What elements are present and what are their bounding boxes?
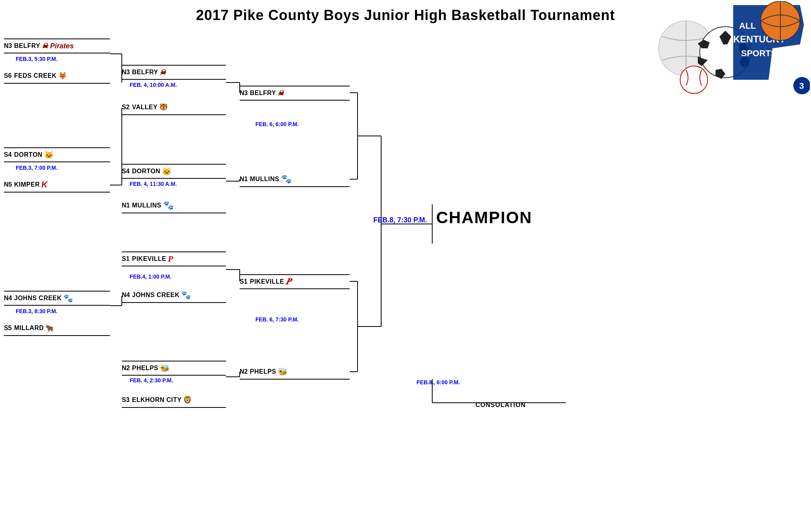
r2-g4-bottom: S3 ELKHORN CITY 🦁 xyxy=(122,393,226,408)
champion-label: CHAMPION xyxy=(436,208,532,227)
name-n2-phelps-r2: PHELPS xyxy=(132,365,158,372)
seed-n5-kimper-r1: N5 xyxy=(4,181,13,188)
r1-g1-date: FEB.3, 5:30 P.M. xyxy=(16,56,57,62)
name-s3-elkhorncity-r2: ELKHORN CITY xyxy=(132,396,182,404)
name-n1-mullins-r3: MULLINS xyxy=(250,176,279,183)
consolation-label: CONSOLATION xyxy=(475,402,526,409)
seed-n4-johnscreek-r2: N4 xyxy=(122,292,130,299)
pirates-icon-r3g1: ☠ xyxy=(277,89,284,97)
r4-final-date: FEB.8, 7:30 P.M. xyxy=(373,216,427,224)
r2-g1-bottom: S2 VALLEY 🐯 xyxy=(122,100,226,115)
logo-area: ALL KENTUCKY SPORTS 3 xyxy=(654,0,811,94)
r1-g1-bottom: S6 FEDS CREEK 🦊 xyxy=(4,69,110,84)
name-n3-belfry-r3: BELFRY xyxy=(250,90,276,97)
cougar-icon-r2g4: 🦁 xyxy=(183,396,192,404)
hornet-icon-r2g4: 🐝 xyxy=(160,363,170,373)
r2-g4-date: FEB. 4, 2:30 P.M. xyxy=(130,377,173,383)
svg-text:3: 3 xyxy=(799,81,804,91)
p-icon-r3g2: 𝑷 xyxy=(286,277,291,287)
name-s6-fedscreek-r1: FEDS CREEK xyxy=(14,72,57,79)
r2-g1-date: FEB. 4, 10:00 A.M. xyxy=(130,82,177,88)
hornet-icon-r3g2: 🐝 xyxy=(278,367,288,376)
logo-svg: ALL KENTUCKY SPORTS 3 xyxy=(655,1,810,95)
r1-g2-top: S4 DORTON 🐱 xyxy=(4,147,110,162)
paw-icon-r3g1: 🐾 xyxy=(281,174,292,184)
cat-icon-r2g2: 🐱 xyxy=(162,167,172,176)
fox-icon-r1g1: 🦊 xyxy=(58,72,67,80)
seed-n2-phelps-r2: N2 xyxy=(122,365,130,372)
seed-n3-belfry-r1: N3 xyxy=(4,42,13,50)
pirates-icon-r1g1: ☠ Pirates xyxy=(42,42,73,50)
r2-g3-top: S1 PIKEVILLE P xyxy=(122,251,226,266)
page-container: 2017 Pike County Boys Junior High Basket… xyxy=(0,0,811,532)
seed-s2-valley-r2: S2 xyxy=(122,104,130,111)
r1-g3-bottom: S5 MILLARD 🐂 xyxy=(4,321,110,336)
r1-g2-date: FEB.3, 7:00 P.M. xyxy=(16,165,57,171)
cat-icon-r1g2: 🐱 xyxy=(44,150,54,160)
svg-text:ALL: ALL xyxy=(739,21,756,31)
r2-g2-date: FEB. 4, 11:30 A.M. xyxy=(130,181,177,187)
r2-g2-top: S4 DORTON 🐱 xyxy=(122,164,226,179)
name-s5-millard-r1: MILLARD xyxy=(14,325,44,332)
seed-s3-elkhorncity-r2: S3 xyxy=(122,396,130,404)
name-n3-belfry-r2: BELFRY xyxy=(132,69,158,76)
pirates-icon-r2g1: ☠ xyxy=(160,68,166,77)
panther-icon-r1g3: 🐾 xyxy=(63,294,73,303)
r2-g4-top: N2 PHELPS 🐝 xyxy=(122,361,226,376)
r3-g1-bottom: N1 MULLINS 🐾 xyxy=(240,172,350,187)
name-n4-johnscreek-r1: JOHNS CREEK xyxy=(14,295,62,302)
seed-n1-mullins-r3: N1 xyxy=(240,176,248,183)
logo-bg: ALL KENTUCKY SPORTS 3 xyxy=(655,1,810,95)
name-s4-dorton-r1: DORTON xyxy=(14,151,42,158)
k-icon-r1g2: K xyxy=(41,180,48,190)
name-n2-phelps-r3: PHELPS xyxy=(250,368,276,375)
r1-g1-top: N3 BELFRY ☠ Pirates xyxy=(4,39,110,53)
r2-g1-top: N3 BELFRY ☠ xyxy=(122,65,226,80)
r2-g2-bottom: N1 MULLINS 🐾 xyxy=(122,198,226,213)
panther-icon-r2g3: 🐾 xyxy=(181,290,191,300)
name-n1-mullins-r2: MULLINS xyxy=(132,202,161,209)
r3-g2-bottom: N2 PHELPS 🐝 xyxy=(240,365,350,380)
svg-text:SPORTS: SPORTS xyxy=(741,48,776,58)
r2-g3-date: FEB.4, 1:00 P.M. xyxy=(130,273,171,280)
r1-g3-top: N4 JOHNS CREEK 🐾 xyxy=(4,291,110,306)
name-n4-johnscreek-r2: JOHNS CREEK xyxy=(132,292,180,299)
name-n5-kimper-r1: KIMPER xyxy=(14,181,40,188)
seed-n3-belfry-r3: N3 xyxy=(240,90,248,97)
paw-icon-r2g2: 🐾 xyxy=(163,200,174,211)
name-n3-belfry-r1: BELFRY xyxy=(14,42,40,50)
seed-s4-dorton-r2: S4 xyxy=(122,168,130,175)
name-s1-pikeville-r3: PIKEVILLE xyxy=(250,278,284,285)
consolation-date: FEB.8., 6:00 P.M. xyxy=(417,379,460,385)
r1-g3-date: FEB.3, 8:30 P.M. xyxy=(16,308,57,314)
seed-s5-millard-r1: S5 xyxy=(4,325,13,332)
seed-n2-phelps-r3: N2 xyxy=(240,368,248,375)
p-icon-r2g3: P xyxy=(168,254,173,264)
seed-n1-mullins-r2: N1 xyxy=(122,202,130,209)
name-s4-dorton-r2: DORTON xyxy=(132,168,160,175)
name-s2-valley-r2: VALLEY xyxy=(132,104,158,111)
seed-s6-fedscreek-r1: S6 xyxy=(4,72,13,79)
name-s1-pikeville-r2: PIKEVILLE xyxy=(132,255,166,262)
bracket-area: N3 BELFRY ☠ Pirates FEB.3, 5:30 P.M. S6 … xyxy=(4,24,640,523)
r3-g1-date: FEB. 6, 6:00 P.M. xyxy=(255,121,299,127)
r3-g2-top: S1 PIKEVILLE 𝑷 xyxy=(240,274,350,289)
seed-s1-pikeville-r3: S1 xyxy=(240,278,248,285)
r2-g3-bottom: N4 JOHNS CREEK 🐾 xyxy=(122,288,226,303)
r3-g1-top: N3 BELFRY ☠ xyxy=(240,86,350,101)
seed-s1-pikeville-r2: S1 xyxy=(122,255,130,262)
r3-g2-date: FEB. 6, 7:30 P.M. xyxy=(255,316,299,323)
bull-icon-r1g3: 🐂 xyxy=(45,324,54,332)
seed-n4-johnscreek-r1: N4 xyxy=(4,295,13,302)
svg-point-13 xyxy=(680,66,708,94)
r1-g2-bottom: N5 KIMPER K xyxy=(4,178,110,193)
seed-s4-dorton-r1: S4 xyxy=(4,151,13,158)
seed-n3-belfry-r2: N3 xyxy=(122,69,130,76)
valley-icon-r2g1: 🐯 xyxy=(159,103,168,112)
